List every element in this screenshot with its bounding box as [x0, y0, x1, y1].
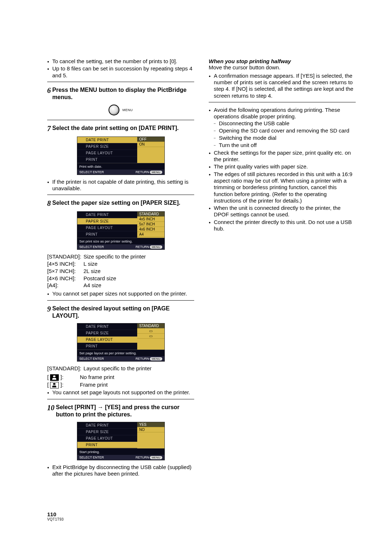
halfway-heading: When you stop printing halfway: [209, 58, 356, 64]
divider: [47, 120, 194, 120]
layout-icon-legend: [ ]: No frame print [ ]: Frame print You…: [47, 374, 194, 399]
note: You cannot set page layouts not supporte…: [47, 389, 194, 396]
halfway-bullet: A confirmation message appears. If [YES]…: [209, 73, 356, 99]
lcd-print: DATE PRINT PAPER SIZE PAGE LAYOUT PRINT …: [77, 422, 165, 460]
divider: [47, 195, 194, 195]
lcd-date-print: DATE PRINT PAPER SIZE PAGE LAYOUT PRINT …: [77, 137, 165, 175]
no-frame-icon: [50, 374, 59, 381]
note: Exit PictBridge by disconnecting the USB…: [47, 464, 194, 477]
avoid-block: Avoid the following operations during pr…: [209, 107, 356, 232]
divider: [47, 399, 194, 399]
halfway-body: Move the cursor button down.: [209, 64, 356, 71]
divider: [47, 300, 194, 301]
paper-size-defs: [STANDARD]:Size specific to the printer …: [47, 253, 194, 289]
menu-button-icon: [109, 105, 119, 115]
manual-page: To cancel the setting, set the number of…: [0, 0, 392, 554]
intro-bullets: To cancel the setting, set the number of…: [47, 58, 194, 79]
step-8: 8 Select the paper size setting on [PAPE…: [47, 199, 194, 300]
bullet: To cancel the setting, set the number of…: [47, 58, 194, 65]
page-footer: 110 VQT1T93: [47, 511, 64, 521]
menu-button-label: MENU: [122, 108, 133, 112]
note: If the printer is not capable of date pr…: [47, 179, 194, 192]
divider: [209, 102, 356, 102]
bullet: Up to 8 files can be set in succession b…: [47, 65, 194, 79]
frame-icon: [50, 382, 59, 388]
divider: [47, 82, 194, 82]
note: You cannot set paper sizes not supported…: [47, 290, 194, 297]
step-10: 10 Select [PRINT] → [YES] and press the …: [47, 404, 194, 477]
lcd-page-layout: DATE PRINT PAPER SIZE PAGE LAYOUT PRINT …: [77, 323, 165, 362]
step-9: 9 Select the desired layout setting on […: [47, 305, 194, 372]
lcd-paper-size: DATE PRINT PAPER SIZE PAGE LAYOUT PRINT …: [77, 211, 165, 250]
doc-code: VQT1T93: [47, 517, 64, 521]
page-number: 110: [47, 511, 64, 517]
step-6: 6 Press the MENU button to display the P…: [47, 86, 194, 120]
step-7: 7 Select the date print setting on [DATE…: [47, 125, 194, 195]
